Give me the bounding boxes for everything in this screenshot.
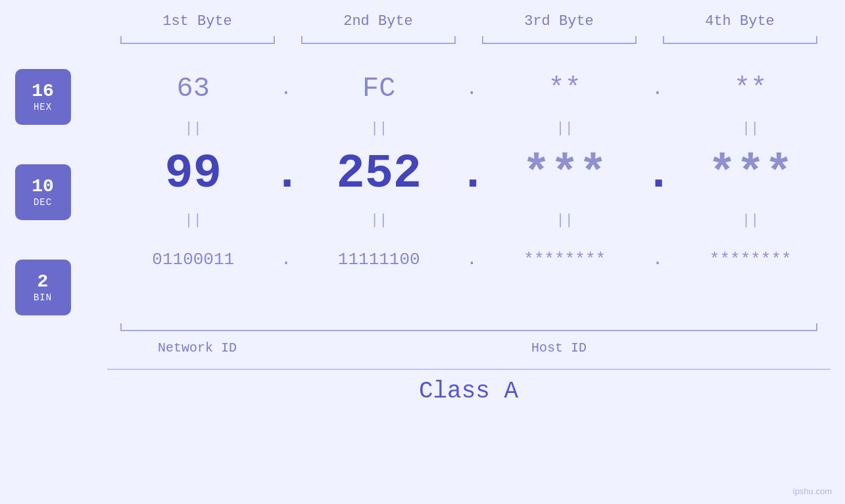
- top-brackets: [107, 36, 831, 49]
- dec-badge-number: 10: [32, 177, 54, 197]
- hex-sep1: .: [273, 79, 299, 99]
- hex-sep2: .: [459, 79, 485, 99]
- dec-sep1: .: [273, 147, 299, 201]
- byte-headers: 1st Byte 2nd Byte 3rd Byte 4th Byte: [107, 13, 831, 30]
- equals-row-1: || || || ||: [114, 115, 831, 141]
- hex-badge-label: HEX: [34, 102, 52, 112]
- equals-row-2: || || || ||: [114, 207, 831, 233]
- dec-sep2: .: [459, 147, 485, 201]
- eq2-b3: ||: [485, 212, 645, 229]
- eq2-b1: ||: [114, 212, 274, 229]
- bracket-4: [650, 36, 831, 49]
- eq2-b4: ||: [671, 212, 831, 229]
- host-id-label: Host ID: [288, 340, 831, 355]
- hex-b3: **: [485, 73, 645, 104]
- bin-sep2: .: [459, 250, 485, 269]
- byte2-header: 2nd Byte: [288, 13, 469, 30]
- bin-sep3: .: [644, 250, 671, 269]
- eq2-b2: ||: [299, 212, 459, 229]
- bracket-3: [469, 36, 650, 49]
- dec-row: 99 . 252 . *** . ***: [114, 141, 831, 207]
- class-section: Class A: [107, 369, 831, 405]
- bin-badge-label: BIN: [34, 292, 52, 303]
- eq1-b1: ||: [114, 120, 274, 137]
- byte3-header: 3rd Byte: [469, 13, 650, 30]
- eq1-b3: ||: [485, 120, 645, 137]
- badge-column: 16 HEX 10 DEC 2 BIN: [15, 62, 94, 315]
- hex-b1: 63: [114, 73, 274, 104]
- dec-badge-label: DEC: [34, 197, 52, 208]
- bottom-brackets: [107, 322, 831, 335]
- id-labels: Network ID Host ID: [107, 340, 831, 355]
- byte4-header: 4th Byte: [650, 13, 831, 30]
- dec-b3: ***: [485, 147, 645, 201]
- bin-row: 01100011 . 11111100 . ******** . *******…: [114, 233, 831, 286]
- bracket-1: [107, 36, 288, 49]
- class-label: Class A: [107, 378, 831, 405]
- dec-b1: 99: [114, 147, 274, 201]
- watermark: ipshu.com: [793, 486, 832, 496]
- hex-sep3: .: [644, 79, 671, 99]
- dec-badge: 10 DEC: [15, 164, 71, 220]
- bracket-2: [288, 36, 469, 49]
- dec-sep3: .: [644, 147, 671, 201]
- eq1-b2: ||: [299, 120, 459, 137]
- dec-b2: 252: [299, 147, 459, 201]
- network-bracket: [107, 322, 288, 335]
- bin-b1: 01100011: [114, 250, 274, 269]
- hex-b2: FC: [299, 73, 459, 104]
- main-container: 1st Byte 2nd Byte 3rd Byte 4th Byte 16 H…: [0, 0, 845, 504]
- dec-b4: ***: [671, 147, 831, 201]
- eq1-b4: ||: [671, 120, 831, 137]
- bin-sep1: .: [273, 250, 299, 269]
- bottom-section: Network ID Host ID: [107, 322, 831, 355]
- hex-b4: **: [671, 73, 831, 104]
- network-id-label: Network ID: [107, 340, 288, 355]
- host-bracket: [288, 322, 831, 335]
- bin-b4: ********: [671, 250, 831, 269]
- hex-badge: 16 HEX: [15, 69, 71, 125]
- values-area: 63 . FC . ** . ** || ||: [114, 62, 831, 286]
- bin-b3: ********: [485, 250, 645, 269]
- hex-badge-number: 16: [32, 81, 54, 102]
- content-area: 16 HEX 10 DEC 2 BIN 63 . FC: [15, 62, 831, 315]
- bin-badge: 2 BIN: [15, 260, 71, 315]
- bin-badge-number: 2: [37, 272, 49, 292]
- class-line: [107, 369, 831, 370]
- bin-b2: 11111100: [299, 250, 459, 269]
- hex-row: 63 . FC . ** . **: [114, 62, 831, 115]
- byte1-header: 1st Byte: [107, 13, 288, 30]
